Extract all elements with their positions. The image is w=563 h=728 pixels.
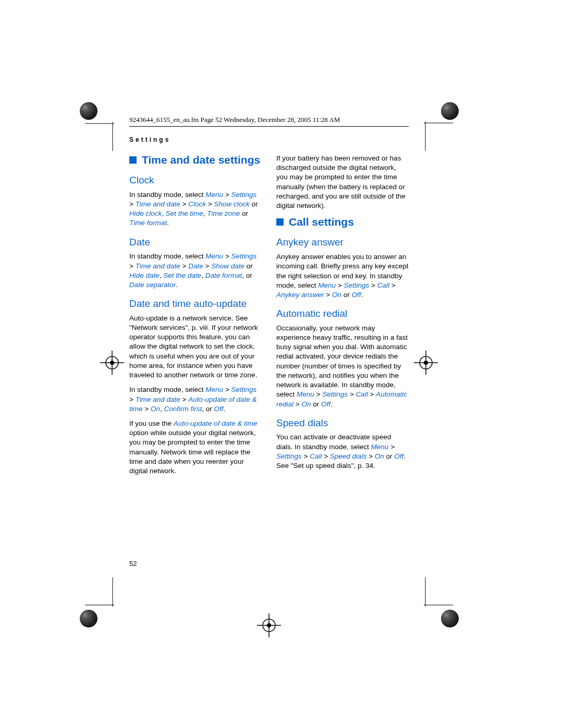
subheading-anykey: Anykey answer	[276, 236, 409, 249]
right-column: If your battery has been removed or has …	[276, 154, 409, 481]
subheading-speed-dials: Speed dials	[276, 416, 409, 430]
registration-mark-icon	[100, 351, 124, 375]
clock-paragraph: In standby mode, select Menu > Settings …	[129, 190, 262, 228]
square-bullet-icon	[129, 156, 137, 164]
speed-dials-paragraph: You can activate or deactivate speed dia…	[276, 433, 409, 471]
two-column-layout: Time and date settings Clock In standby …	[129, 154, 409, 481]
date-paragraph: In standby mode, select Menu > Settings …	[129, 252, 262, 290]
printer-ball-icon	[80, 102, 97, 120]
crop-mark-icon	[424, 121, 453, 151]
auto-update-p2: In standby mode, select Menu > Settings …	[129, 385, 262, 414]
printer-ball-icon	[80, 610, 97, 627]
page-content: 9243644_6155_en_au.fm Page 52 Wednesday,…	[129, 116, 409, 481]
anykey-paragraph: Anykey answer enables you to answer an i…	[276, 252, 409, 300]
subheading-redial: Automatic redial	[276, 307, 409, 320]
header-rule	[129, 126, 409, 127]
section-heading-time-date: Time and date settings	[129, 154, 262, 166]
crop-mark-icon	[85, 122, 114, 151]
registration-mark-icon	[257, 613, 281, 637]
printer-ball-icon	[441, 102, 459, 120]
battery-paragraph: If your battery has been removed or has …	[276, 154, 409, 211]
subheading-clock: Clock	[129, 174, 262, 187]
crop-mark-icon	[424, 577, 453, 607]
section-heading-call-settings: Call settings	[276, 216, 409, 228]
left-column: Time and date settings Clock In standby …	[129, 154, 262, 481]
subheading-date: Date	[129, 236, 262, 249]
heading-text: Call settings	[289, 216, 354, 228]
crop-mark-icon	[85, 577, 114, 607]
file-header: 9243644_6155_en_au.fm Page 52 Wednesday,…	[129, 116, 409, 124]
subheading-auto-update: Date and time auto-update	[129, 297, 262, 311]
auto-update-p3: If you use the Auto-update of date & tim…	[129, 419, 262, 476]
square-bullet-icon	[276, 218, 284, 226]
printer-ball-icon	[441, 610, 459, 627]
redial-paragraph: Occasionally, your network may experienc…	[276, 324, 409, 409]
heading-text: Time and date settings	[142, 154, 260, 166]
registration-mark-icon	[414, 351, 438, 375]
page-number: 52	[129, 560, 137, 567]
running-head: Settings	[129, 136, 409, 143]
auto-update-p1: Auto-update is a network service. See "N…	[129, 314, 262, 380]
